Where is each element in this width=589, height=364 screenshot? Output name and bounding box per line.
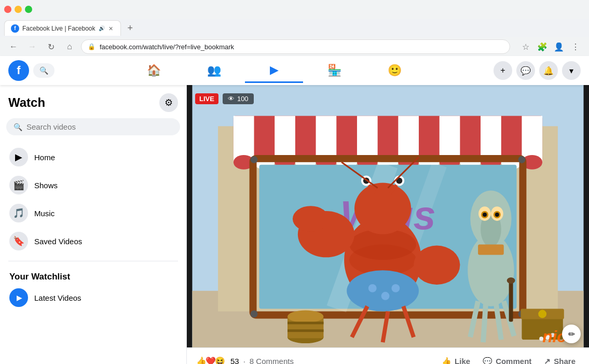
header-actions: + 💬 🔔 ▾ [494, 61, 581, 80]
search-videos-box[interactable]: 🔍 [6, 118, 180, 135]
svg-point-76 [538, 310, 546, 318]
svg-line-69 [483, 304, 486, 342]
browser-chrome: f Facebook Live | Facebook 🔊 × + ← → ↻ ⌂… [0, 0, 589, 56]
chevron-down-icon: ▾ [569, 66, 573, 76]
action-buttons: 👍 Like 💬 Comment ↗ Share [436, 354, 581, 365]
bell-icon: 🔔 [543, 66, 554, 76]
svg-point-66 [495, 213, 499, 217]
notifications-button[interactable]: 🔔 [539, 61, 558, 80]
search-icon: 🔍 [39, 66, 48, 75]
comment-button[interactable]: 💬 Comment [477, 354, 537, 365]
plus-icon: + [500, 66, 505, 75]
marketplace-nav-icon: 🏪 [327, 64, 341, 77]
facebook-logo[interactable]: f [8, 60, 29, 81]
live-tag: LIVE [195, 93, 218, 104]
active-tab[interactable]: f Facebook Live | Facebook 🔊 × [4, 20, 121, 36]
menu-button[interactable]: ⋮ [568, 39, 583, 54]
reaction-group: 👍 ❤️ 😆 53 · 8 Comments [195, 355, 294, 365]
bookmark-button[interactable]: ☆ [518, 39, 533, 54]
home-button[interactable]: ⌂ [62, 39, 77, 54]
sidebar-home-label: Home [34, 153, 55, 162]
sidebar-shows-label: Shows [34, 181, 58, 190]
minimize-window-button[interactable] [15, 6, 22, 13]
facebook-search[interactable]: 🔍 [33, 63, 54, 78]
svg-point-54 [414, 246, 460, 285]
nav-item-marketplace[interactable]: 🏪 [305, 58, 363, 83]
groups-nav-icon: 🙂 [388, 64, 402, 77]
svg-rect-83 [287, 321, 323, 324]
profile-button[interactable]: 👤 [552, 39, 566, 54]
tab-favicon: f [11, 24, 19, 33]
facebook-header: f 🔍 🏠 👥 ▶ 🏪 🙂 + 💬 🔔 ▾ [0, 56, 589, 85]
forward-button[interactable]: → [25, 39, 39, 54]
music-icon: 🎵 [9, 204, 28, 222]
main-layout: Watch ⚙ 🔍 ▶ Home 🎬 Shows 🎵 Music 🔖 Saved… [0, 85, 589, 364]
like-button[interactable]: 👍 Like [436, 354, 475, 365]
friends-nav-icon: 👥 [207, 64, 221, 77]
watch-nav-icon: ▶ [270, 63, 279, 77]
nav-item-watch[interactable]: ▶ [245, 58, 303, 83]
window-controls [4, 6, 32, 13]
svg-point-65 [483, 213, 487, 217]
sidebar-item-saved[interactable]: 🔖 Saved Videos [4, 228, 182, 255]
new-tab-button[interactable]: + [123, 21, 138, 35]
nav-item-home[interactable]: 🏠 [125, 58, 183, 83]
share-button[interactable]: ↗ Share [539, 354, 581, 365]
messenger-icon: 💬 [520, 66, 531, 76]
svg-point-34 [251, 311, 258, 318]
haha-reaction-icon: 😆 [214, 355, 226, 365]
video-container: Wigs [187, 85, 589, 347]
reaction-icons: 👍 ❤️ 😆 [195, 355, 226, 365]
tab-bar: f Facebook Live | Facebook 🔊 × + [0, 19, 589, 37]
back-button[interactable]: ← [6, 39, 21, 54]
viewers-count: 👁 100 [223, 93, 254, 104]
svg-point-82 [287, 311, 323, 323]
sidebar-item-shows[interactable]: 🎬 Shows [4, 172, 182, 199]
url-text: facebook.com/watch/live/?ref=live_bookma… [100, 43, 503, 51]
close-window-button[interactable] [4, 6, 11, 13]
svg-point-42 [391, 284, 400, 292]
share-icon: ↗ [544, 357, 551, 365]
comments-count: · [243, 357, 245, 364]
reaction-count: 53 [230, 357, 239, 364]
comments-label: 8 Comments [250, 357, 294, 364]
latest-videos-icon [9, 288, 28, 307]
search-icon: 🔍 [13, 123, 22, 131]
edit-button[interactable]: ✏ [562, 325, 581, 343]
latest-videos-label: Latest Videos [34, 293, 81, 302]
close-tab-button[interactable]: × [108, 23, 114, 34]
reload-button[interactable]: ↻ [44, 39, 58, 54]
nav-item-groups[interactable]: 🙂 [365, 58, 423, 83]
svg-point-53 [293, 206, 328, 232]
thumbs-up-icon: 👍 [442, 357, 451, 365]
video-area: Wigs [187, 85, 589, 364]
eye-icon: 👁 [228, 95, 235, 103]
home-nav-icon: 🏠 [147, 64, 161, 77]
svg-point-41 [381, 292, 390, 300]
sidebar-music-label: Music [34, 209, 54, 218]
gear-icon: ⚙ [165, 97, 173, 108]
maximize-window-button[interactable] [25, 6, 32, 13]
address-bar: ← → ↻ ⌂ 🔒 facebook.com/watch/live/?ref=l… [0, 37, 589, 56]
settings-button[interactable]: ⚙ [159, 93, 178, 112]
url-bar[interactable]: 🔒 facebook.com/watch/live/?ref=live_book… [81, 39, 510, 54]
home-icon: ▶ [9, 148, 28, 166]
create-button[interactable]: + [494, 61, 512, 80]
tab-title: Facebook Live | Facebook [22, 25, 95, 32]
lock-icon: 🔒 [88, 43, 95, 50]
live-badge: LIVE 👁 100 [195, 93, 254, 104]
svg-rect-72 [509, 281, 513, 321]
extensions-button[interactable]: 🧩 [535, 39, 550, 54]
svg-rect-67 [478, 245, 504, 255]
watchlist-item-latest[interactable]: Latest Videos [4, 284, 182, 311]
sidebar-item-home[interactable]: ▶ Home [4, 144, 182, 171]
messenger-button[interactable]: 💬 [516, 61, 535, 80]
svg-point-33 [518, 156, 526, 163]
saved-icon: 🔖 [9, 232, 28, 250]
tab-audio-icon: 🔊 [99, 25, 105, 31]
search-videos-input[interactable] [26, 122, 173, 131]
account-button[interactable]: ▾ [562, 61, 581, 80]
svg-point-32 [251, 156, 258, 163]
sidebar-item-music[interactable]: 🎵 Music [4, 200, 182, 227]
nav-item-friends[interactable]: 👥 [185, 58, 243, 83]
